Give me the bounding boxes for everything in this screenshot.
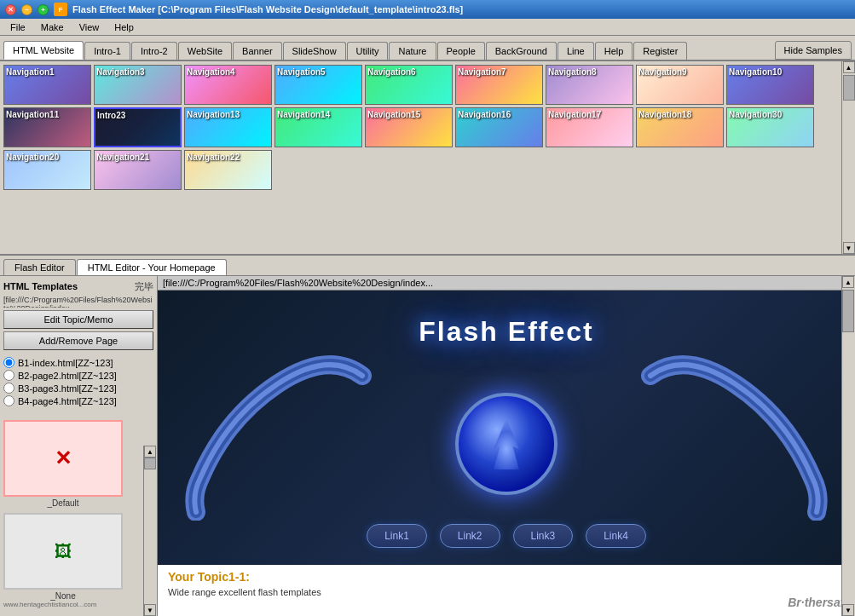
- status-text: 完毕: [135, 280, 153, 293]
- tab-line[interactable]: Line: [557, 42, 594, 60]
- tab-html-website[interactable]: HTML Website: [3, 41, 84, 60]
- app-icon: F: [54, 3, 67, 16]
- hide-samples-button[interactable]: Hide Samples: [775, 41, 852, 60]
- link-button-3[interactable]: Link3: [513, 524, 574, 548]
- page-radio-b1[interactable]: [3, 357, 14, 368]
- tab-intro2[interactable]: Intro-2: [131, 42, 177, 60]
- preview-scroll-thumb[interactable]: [842, 290, 854, 332]
- list-item[interactable]: Navigation20: [3, 150, 91, 190]
- list-item[interactable]: Navigation17: [546, 107, 633, 147]
- tab-slideshow[interactable]: SlideShow: [283, 42, 346, 60]
- list-item[interactable]: Navigation8: [546, 65, 633, 105]
- list-item[interactable]: Navigation6: [365, 65, 453, 105]
- page-item-b3[interactable]: B3-page3.html[ZZ~123]: [3, 382, 153, 394]
- thumbnail-default[interactable]: ✕: [3, 420, 123, 497]
- page-radio-b3[interactable]: [3, 383, 14, 394]
- list-item[interactable]: Navigation16: [455, 107, 543, 147]
- scroll-thumb[interactable]: [843, 75, 855, 101]
- samples-grid: Navigation1 Navigation3 Navigation4 Navi…: [0, 61, 841, 193]
- list-item[interactable]: Navigation7: [455, 65, 543, 105]
- tab-help[interactable]: Help: [595, 42, 633, 60]
- brothers-logo: Br·thersaft: [788, 596, 848, 609]
- toolbar: HTML Website Intro-1 Intro-2 WebSite Ban…: [0, 36, 855, 61]
- page-label-b2: B2-page2.html[ZZ~123]: [18, 371, 117, 381]
- close-button[interactable]: ✕: [5, 4, 16, 15]
- tab-nature[interactable]: Nature: [389, 42, 436, 60]
- panel-title: HTML Templates: [3, 279, 78, 293]
- list-item[interactable]: Navigation10: [726, 65, 814, 105]
- link-buttons: Link1 Link2 Link3 Link4: [367, 524, 646, 548]
- preview-scrollbar: ▲ ▼: [841, 276, 855, 616]
- list-item[interactable]: Navigation3: [94, 65, 182, 105]
- file-path: [file:///C:/Program%20Files/Flash%20Webs…: [3, 296, 153, 308]
- scroll-up-arrow[interactable]: ▲: [843, 61, 855, 73]
- list-item[interactable]: Navigation13: [184, 107, 272, 147]
- thumbnail-none[interactable]: 🖼: [3, 513, 123, 590]
- editor-tabs: Flash Editor HTML Editor - Your Homepage: [0, 256, 855, 276]
- tab-website[interactable]: WebSite: [178, 42, 232, 60]
- tab-utility[interactable]: Utility: [347, 42, 389, 60]
- tab-register[interactable]: Register: [633, 42, 687, 60]
- thumbnail-section: ✕ _Default 🖼 _None www.hentagechtistianc…: [3, 413, 153, 613]
- tab-banner[interactable]: Banner: [233, 42, 281, 60]
- menu-help[interactable]: Help: [107, 20, 141, 34]
- tab-people[interactable]: People: [437, 42, 485, 60]
- thumbnail-none-label: _None: [50, 591, 75, 601]
- preview-scroll-down[interactable]: ▼: [842, 604, 854, 616]
- tab-flash-editor[interactable]: Flash Editor: [3, 259, 76, 275]
- list-item[interactable]: Navigation4: [184, 65, 272, 105]
- link-button-4[interactable]: Link4: [586, 524, 646, 548]
- arc-decoration: [158, 333, 855, 555]
- preview-scroll-up[interactable]: ▲: [842, 276, 854, 288]
- list-item[interactable]: Navigation9: [636, 65, 724, 105]
- list-item[interactable]: Navigation5: [274, 65, 362, 105]
- left-scroll-thumb[interactable]: [144, 458, 156, 469]
- pages-list: B1-index.html[ZZ~123] B2-page2.html[ZZ~1…: [3, 356, 153, 407]
- tab-intro1[interactable]: Intro-1: [84, 42, 130, 60]
- scroll-down-arrow[interactable]: ▼: [843, 242, 855, 254]
- link-button-2[interactable]: Link2: [440, 524, 500, 548]
- left-scroll-down[interactable]: ▼: [144, 604, 156, 616]
- page-label-b1: B1-index.html[ZZ~123]: [18, 358, 113, 368]
- edit-topic-button[interactable]: Edit Topic/Memo: [3, 310, 153, 329]
- list-item[interactable]: Navigation30: [726, 107, 814, 147]
- samples-panel: Navigation1 Navigation3 Navigation4 Navi…: [0, 61, 855, 256]
- link-button-1[interactable]: Link1: [367, 524, 427, 548]
- list-item[interactable]: Intro23: [94, 107, 182, 147]
- menu-make[interactable]: Make: [34, 20, 71, 34]
- page-item-b1[interactable]: B1-index.html[ZZ~123]: [3, 356, 153, 369]
- list-item[interactable]: Navigation22: [184, 150, 272, 190]
- main-content: HTML Templates 完毕 [file:///C:/Program%20…: [0, 276, 855, 616]
- page-item-b4[interactable]: B4-page4.html[ZZ~123]: [3, 394, 153, 407]
- list-item[interactable]: Navigation11: [3, 107, 91, 147]
- list-item[interactable]: Navigation18: [636, 107, 724, 147]
- window-title: Flash Effect Maker [C:\Program Files\Fla…: [72, 4, 463, 14]
- topic-section: Your Topic1-1: Wide range excellent flas…: [158, 565, 855, 616]
- page-radio-b2[interactable]: [3, 370, 14, 381]
- left-panel: HTML Templates 完毕 [file:///C:/Program%20…: [0, 276, 158, 616]
- topic-title: Your Topic1-1:: [168, 570, 845, 584]
- page-label-b3: B3-page3.html[ZZ~123]: [18, 383, 117, 394]
- page-item-b2[interactable]: B2-page2.html[ZZ~123]: [3, 369, 153, 382]
- menu-file[interactable]: File: [3, 20, 32, 34]
- minimize-button[interactable]: −: [21, 4, 32, 15]
- flash-title: Flash Effect: [419, 316, 593, 348]
- left-scroll-up[interactable]: ▲: [144, 446, 156, 458]
- tab-html-editor[interactable]: HTML Editor - Your Homepage: [77, 259, 227, 275]
- add-remove-page-button[interactable]: Add/Remove Page: [3, 331, 153, 350]
- preview-area: [file:///C:/Program%20Files/Flash%20Webs…: [158, 276, 855, 616]
- image-icon: 🖼: [55, 542, 72, 561]
- list-item[interactable]: Navigation14: [274, 107, 362, 147]
- page-radio-b4[interactable]: [3, 395, 14, 406]
- list-item[interactable]: Navigation1: [3, 65, 91, 105]
- page-label-b4: B4-page4.html[ZZ~123]: [18, 396, 117, 406]
- preview-path: [file:///C:/Program%20Files/Flash%20Webs…: [163, 278, 433, 288]
- samples-scrollbar: ▲ ▼: [841, 61, 855, 254]
- thumbnail-default-label: _Default: [47, 498, 78, 508]
- menubar: File Make View Help: [0, 19, 855, 36]
- list-item[interactable]: Navigation15: [365, 107, 453, 147]
- tab-background[interactable]: BackGround: [486, 42, 557, 60]
- list-item[interactable]: Navigation21: [94, 150, 182, 190]
- menu-view[interactable]: View: [72, 20, 107, 34]
- maximize-button[interactable]: +: [38, 4, 49, 15]
